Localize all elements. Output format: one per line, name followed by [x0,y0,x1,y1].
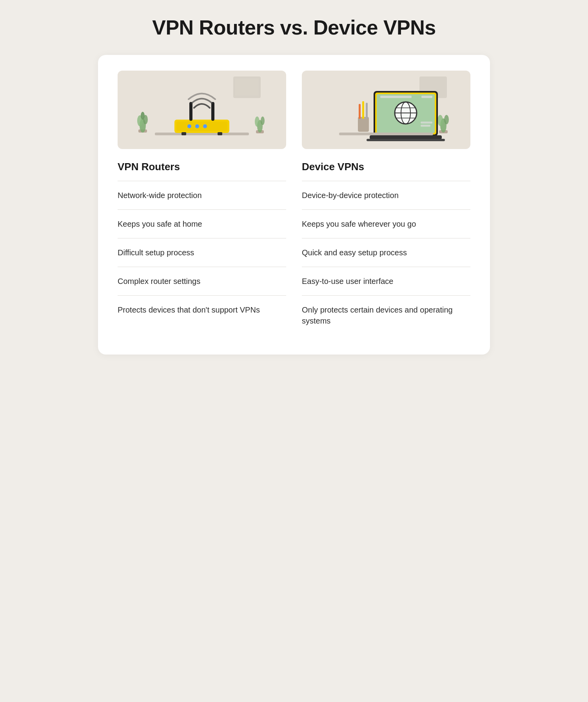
vpn-routers-column: VPN Routers Network-wide protection Keep… [118,71,286,335]
router-feature-5: Protects devices that don't support VPNs [118,295,286,324]
comparison-columns: VPN Routers Network-wide protection Keep… [118,71,470,335]
vpn-feature-4: Easy-to-use user interface [302,267,470,295]
page-title: VPN Routers vs. Device VPNs [98,16,490,39]
svg-point-24 [437,115,443,126]
svg-rect-44 [367,139,445,141]
vpns-header: Device VPNs [302,161,470,173]
device-vpns-column: Device VPNs Device-by-device protection … [302,71,470,335]
svg-point-9 [255,116,260,127]
svg-rect-29 [366,103,368,119]
svg-rect-41 [421,122,432,124]
svg-point-6 [141,112,145,120]
laptop-illustration [302,71,470,149]
router-illustration [118,71,286,149]
svg-rect-40 [421,96,432,98]
svg-rect-13 [176,122,227,131]
page-wrapper: VPN Routers vs. Device VPNs [98,16,490,355]
svg-rect-27 [359,104,361,119]
routers-feature-list: Network-wide protection Keeps you safe a… [118,181,286,324]
router-feature-2: Keeps you safe at home [118,209,286,238]
svg-point-15 [195,124,199,128]
routers-header: VPN Routers [118,161,286,173]
svg-rect-17 [181,132,186,135]
svg-point-10 [261,116,265,125]
svg-point-16 [203,124,207,128]
router-feature-1: Network-wide protection [118,181,286,209]
router-feature-3: Difficult setup process [118,238,286,267]
svg-rect-1 [235,78,259,96]
svg-rect-39 [380,96,412,98]
svg-rect-20 [211,102,214,121]
svg-rect-45 [339,133,433,135]
svg-rect-18 [218,132,222,135]
svg-rect-28 [362,101,364,119]
comparison-card: VPN Routers Network-wide protection Keep… [98,55,490,355]
vpn-feature-1: Device-by-device protection [302,181,470,209]
vpn-feature-2: Keeps you safe wherever you go [302,209,470,238]
router-feature-4: Complex router settings [118,267,286,295]
vpn-feature-3: Quick and easy setup process [302,238,470,267]
svg-rect-43 [370,135,442,139]
svg-rect-11 [155,133,249,135]
svg-rect-26 [358,117,369,132]
svg-point-14 [187,124,191,128]
svg-point-25 [444,115,449,124]
svg-rect-19 [189,102,192,121]
vpn-feature-5: Only protects certain devices and operat… [302,295,470,335]
svg-rect-42 [421,125,430,127]
vpns-feature-list: Device-by-device protection Keeps you sa… [302,181,470,335]
